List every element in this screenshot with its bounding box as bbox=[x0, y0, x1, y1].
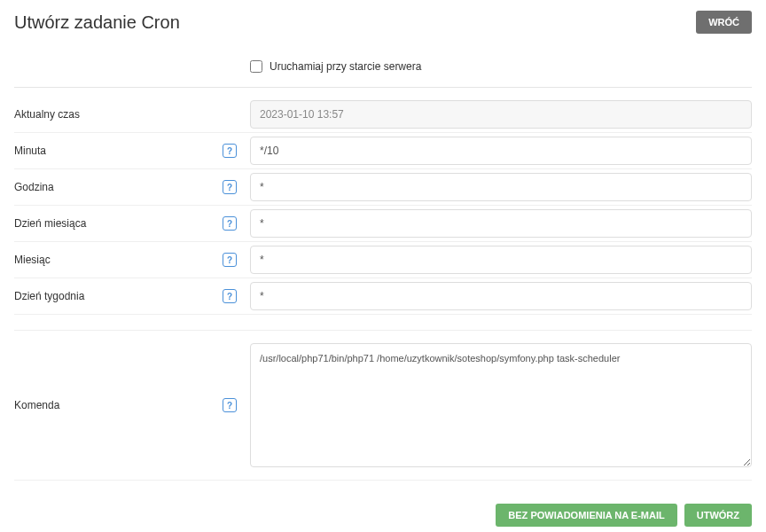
run-on-start-row: Uruchamiaj przy starcie serwera bbox=[14, 53, 752, 88]
current-time-row: Aktualny czas bbox=[14, 97, 752, 133]
month-label: Miesiąc bbox=[14, 254, 209, 266]
run-on-start-checkbox[interactable] bbox=[250, 60, 262, 73]
help-icon[interactable]: ? bbox=[223, 398, 237, 412]
help-icon[interactable]: ? bbox=[223, 289, 237, 303]
hour-label: Godzina bbox=[14, 181, 209, 193]
minute-input[interactable] bbox=[250, 137, 752, 165]
day-week-input[interactable] bbox=[250, 282, 752, 310]
current-time-label: Aktualny czas bbox=[14, 108, 209, 121]
create-button[interactable]: UTWÓRZ bbox=[684, 504, 752, 527]
no-email-button[interactable]: BEZ POWIADOMIENIA NA E-MAIL bbox=[496, 504, 676, 527]
day-week-label: Dzień tygodnia bbox=[14, 290, 209, 302]
day-month-input[interactable] bbox=[250, 209, 752, 238]
back-button[interactable]: WRÓĆ bbox=[696, 11, 752, 34]
command-row: Komenda ? bbox=[14, 331, 752, 481]
month-row: Miesiąc ? bbox=[14, 242, 752, 278]
hour-row: Godzina ? bbox=[14, 169, 752, 206]
current-time-input bbox=[250, 100, 752, 129]
minute-label: Minuta bbox=[14, 145, 209, 157]
hour-input[interactable] bbox=[250, 173, 752, 201]
help-icon[interactable]: ? bbox=[223, 253, 237, 267]
command-textarea[interactable] bbox=[250, 343, 752, 467]
page-title: Utwórz zadanie Cron bbox=[14, 12, 180, 33]
footer-actions: BEZ POWIADOMIENIA NA E-MAIL UTWÓRZ bbox=[14, 504, 752, 527]
day-week-row: Dzień tygodnia ? bbox=[14, 278, 752, 315]
day-month-label: Dzień miesiąca bbox=[14, 217, 209, 230]
day-month-row: Dzień miesiąca ? bbox=[14, 206, 752, 242]
help-icon[interactable]: ? bbox=[223, 180, 237, 194]
help-icon[interactable]: ? bbox=[223, 144, 237, 158]
run-on-start-label: Uruchamiaj przy starcie serwera bbox=[270, 60, 421, 73]
help-icon[interactable]: ? bbox=[223, 216, 237, 231]
month-input[interactable] bbox=[250, 246, 752, 274]
command-label: Komenda bbox=[14, 399, 209, 411]
minute-row: Minuta ? bbox=[14, 133, 752, 169]
